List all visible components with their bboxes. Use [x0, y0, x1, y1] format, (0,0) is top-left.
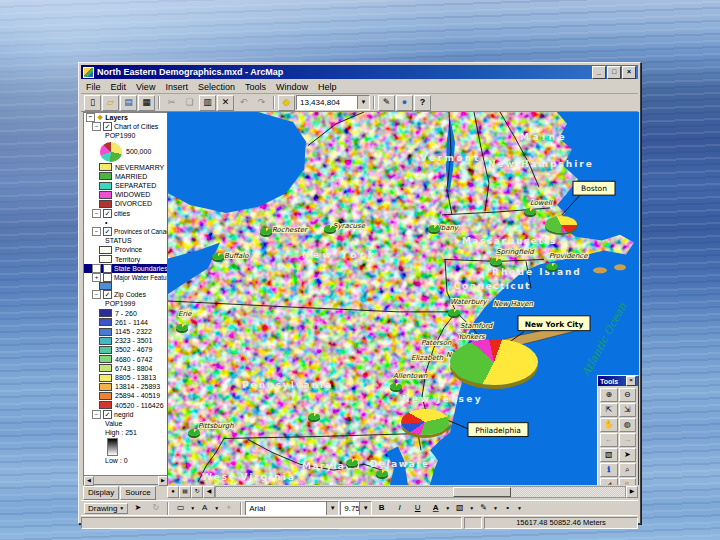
- back-extent-icon[interactable]: ←: [600, 433, 618, 447]
- menu-file[interactable]: File: [81, 81, 106, 93]
- menu-view[interactable]: View: [131, 81, 160, 93]
- layer-major-water-features[interactable]: Major Water Features: [114, 273, 169, 282]
- expander-icon[interactable]: −: [92, 264, 101, 273]
- italic-icon[interactable]: I: [391, 501, 408, 515]
- add-data-icon[interactable]: ◆: [278, 95, 295, 111]
- save-icon[interactable]: ▤: [120, 95, 137, 111]
- expander-icon[interactable]: −: [92, 227, 101, 236]
- drawing-menu-button[interactable]: Drawing▼: [84, 503, 128, 514]
- font-name-combo[interactable]: Arial▼: [245, 501, 339, 516]
- map-horizontal-scrollbar[interactable]: [215, 486, 626, 498]
- menu-window[interactable]: Window: [271, 81, 313, 93]
- zoom-in-icon[interactable]: ⊕: [600, 388, 618, 402]
- rotate-icon[interactable]: ↻: [147, 501, 164, 515]
- tools-palette[interactable]: Tools × ⊕ ⊖ ⇱ ⇲ ✋ ◍ ← → ▧ ➤ ℹ ⌕ ⊿ ↯: [597, 375, 639, 485]
- map-canvas[interactable]: Maine Vermont New Hampshire Massachusett…: [167, 112, 639, 485]
- maximize-button[interactable]: □: [607, 66, 621, 79]
- layer-cities[interactable]: cities: [114, 209, 130, 218]
- scroll-left-icon[interactable]: ◀: [84, 476, 94, 486]
- data-view-icon[interactable]: ●: [167, 486, 179, 498]
- full-extent-icon[interactable]: ◍: [619, 418, 637, 432]
- delete-icon[interactable]: ✕: [217, 95, 234, 111]
- chevron-down-icon[interactable]: ▼: [190, 505, 195, 511]
- copy-icon[interactable]: ❏: [181, 95, 198, 111]
- layer-checkbox[interactable]: ✓: [103, 290, 112, 299]
- zoom-out-icon[interactable]: ⊖: [619, 388, 637, 402]
- refresh-view-icon[interactable]: ↻: [191, 486, 203, 498]
- print-icon[interactable]: ▦: [138, 95, 155, 111]
- layer-checkbox[interactable]: [103, 273, 112, 282]
- chevron-down-icon[interactable]: ▼: [469, 505, 474, 511]
- chevron-down-icon[interactable]: ▼: [517, 505, 522, 511]
- expander-icon[interactable]: +: [92, 273, 101, 282]
- tab-display[interactable]: Display: [83, 486, 119, 500]
- select-elements-icon[interactable]: ➤: [129, 501, 146, 515]
- menu-selection[interactable]: Selection: [193, 81, 240, 93]
- layer-provinces-of-canada[interactable]: Provinces of Canada: [114, 227, 169, 236]
- open-icon[interactable]: ▱: [102, 95, 119, 111]
- line-color-icon[interactable]: ✎: [475, 501, 492, 515]
- cut-icon[interactable]: ✂: [163, 95, 180, 111]
- new-document-icon[interactable]: ▯: [84, 95, 101, 111]
- underline-icon[interactable]: U: [409, 501, 426, 515]
- edit-vertices-icon[interactable]: ⌖: [220, 501, 237, 515]
- scroll-left-icon[interactable]: ◀: [203, 486, 215, 498]
- font-color-icon[interactable]: A: [427, 501, 444, 515]
- menu-tools[interactable]: Tools: [240, 81, 271, 93]
- close-icon[interactable]: ×: [626, 376, 636, 386]
- expander-icon[interactable]: −: [92, 410, 101, 419]
- hyperlink-icon[interactable]: ↯: [619, 478, 637, 485]
- menu-edit[interactable]: Edit: [106, 81, 132, 93]
- fixed-zoom-in-icon[interactable]: ⇱: [600, 403, 618, 417]
- scroll-right-icon[interactable]: ▶: [626, 486, 638, 498]
- chevron-down-icon[interactable]: ▼: [326, 502, 338, 515]
- title-bar[interactable]: North Eastern Demographics.mxd - ArcMap …: [81, 65, 638, 79]
- arctoolbox-icon[interactable]: ●: [396, 95, 413, 111]
- chevron-down-icon[interactable]: ▼: [214, 505, 219, 511]
- editor-toolbar-icon[interactable]: ✎: [378, 95, 395, 111]
- redo-icon[interactable]: ↷: [253, 95, 270, 111]
- pan-icon[interactable]: ✋: [600, 418, 618, 432]
- forward-extent-icon[interactable]: →: [619, 433, 637, 447]
- layer-state-boundaries[interactable]: State Boundaries: [114, 264, 168, 273]
- marker-color-icon[interactable]: •: [499, 501, 516, 515]
- whats-this-help-icon[interactable]: ?: [414, 95, 431, 111]
- measure-icon[interactable]: ⊿: [600, 478, 618, 485]
- chevron-down-icon[interactable]: ▼: [493, 505, 498, 511]
- layer-checkbox[interactable]: ✓: [103, 227, 112, 236]
- tools-palette-titlebar[interactable]: Tools ×: [598, 376, 638, 386]
- undo-icon[interactable]: ↶: [235, 95, 252, 111]
- fill-color-icon[interactable]: ▧: [451, 501, 468, 515]
- fixed-zoom-out-icon[interactable]: ⇲: [619, 403, 637, 417]
- shape-tool-icon[interactable]: ▭: [172, 501, 189, 515]
- toc-horizontal-scrollbar[interactable]: ◀ ▶: [83, 475, 169, 485]
- select-features-icon[interactable]: ▧: [600, 448, 618, 462]
- minimize-button[interactable]: _: [592, 66, 606, 79]
- layer-checkbox[interactable]: ✓: [103, 264, 112, 273]
- scrollbar-thumb[interactable]: [453, 487, 511, 497]
- menu-insert[interactable]: Insert: [160, 81, 193, 93]
- chevron-down-icon[interactable]: ▼: [445, 505, 450, 511]
- expander-icon[interactable]: −: [86, 113, 95, 122]
- layer-checkbox[interactable]: ✓: [103, 209, 112, 218]
- layer-checkbox[interactable]: ✓: [103, 410, 112, 419]
- bold-icon[interactable]: B: [373, 501, 390, 515]
- tab-source[interactable]: Source: [120, 486, 155, 500]
- layer-zip-codes[interactable]: Zip Codes: [114, 290, 146, 299]
- paste-icon[interactable]: ▥: [199, 95, 216, 111]
- identify-icon[interactable]: ℹ: [600, 463, 618, 477]
- find-icon[interactable]: ⌕: [619, 463, 637, 477]
- table-of-contents[interactable]: −❖ Layers −✓Chart of Cities POP1990 500,…: [83, 112, 169, 484]
- chevron-down-icon[interactable]: ▼: [357, 96, 369, 109]
- expander-icon[interactable]: −: [92, 209, 101, 218]
- close-button[interactable]: ×: [622, 66, 636, 79]
- text-tool-icon[interactable]: A: [196, 501, 213, 515]
- layer-chart-of-cities[interactable]: Chart of Cities: [114, 122, 158, 131]
- layout-view-icon[interactable]: ▤: [179, 486, 191, 498]
- expander-icon[interactable]: −: [92, 122, 101, 131]
- layer-checkbox[interactable]: ✓: [103, 122, 112, 131]
- select-elements-icon[interactable]: ➤: [619, 448, 637, 462]
- font-size-combo[interactable]: 9.75▼: [340, 501, 372, 516]
- expander-icon[interactable]: −: [92, 290, 101, 299]
- toc-root-label[interactable]: Layers: [105, 113, 128, 122]
